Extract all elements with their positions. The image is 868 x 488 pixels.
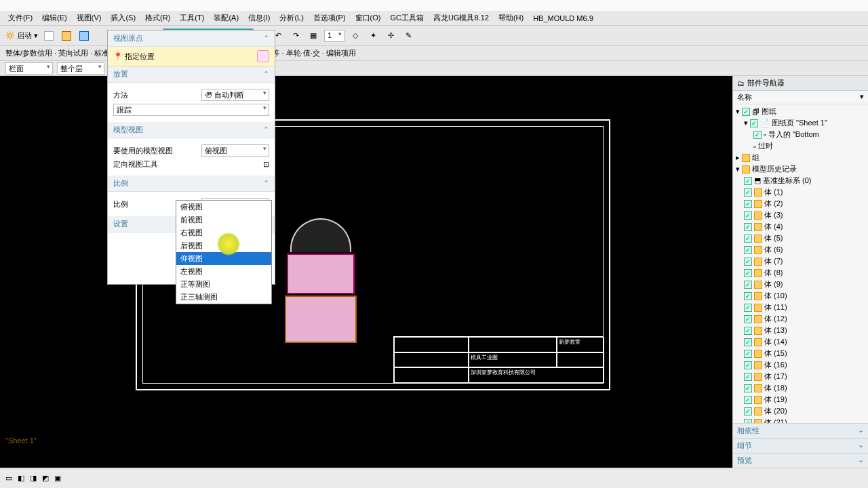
check-icon[interactable]: ✓ (744, 384, 752, 392)
layer-combo2[interactable]: 整个层 (57, 62, 104, 75)
opt-top[interactable]: 俯视图 (176, 201, 271, 214)
check-icon[interactable]: ✓ (744, 200, 752, 208)
sb-icon1[interactable]: ▭ (5, 474, 12, 483)
check-icon[interactable]: ✓ (744, 396, 752, 404)
check-icon[interactable]: ✓ (744, 235, 752, 243)
tree-body-item[interactable]: ✓体 (10) (734, 290, 865, 302)
redo-icon[interactable]: ↷ (289, 29, 302, 43)
spin-input[interactable]: 1 (324, 30, 344, 42)
tree-body-item[interactable]: ✓体 (8) (734, 267, 865, 279)
menu-assemble[interactable]: 装配(A) (210, 12, 243, 24)
menu-window[interactable]: 窗口(O) (351, 12, 385, 24)
tree-body-item[interactable]: ✓体 (14) (734, 336, 865, 348)
tree-body-item[interactable]: ✓体 (7) (734, 256, 865, 267)
specify-location-row[interactable]: 📍 指定位置 (108, 47, 275, 66)
open-icon[interactable] (60, 29, 73, 43)
opt-right[interactable]: 右视图 (176, 226, 271, 239)
opt-bottom[interactable]: 仰视图 (176, 252, 271, 265)
body-icon (754, 327, 762, 335)
tree-body-item[interactable]: ✓体 (4) (734, 221, 865, 232)
check-icon[interactable]: ✓ (744, 315, 752, 323)
tree-body-item[interactable]: ✓体 (9) (734, 279, 865, 290)
tree-body-item[interactable]: ✓体 (12) (734, 313, 865, 325)
check-icon[interactable]: ✓ (744, 407, 752, 415)
location-picker-icon[interactable] (257, 50, 269, 62)
section-scale[interactable]: 比例⌃ (108, 176, 275, 192)
navigator-tree[interactable]: ▾✓🗐图纸 ▾✓📄图纸页 "Sheet 1" ✓▫导入的 "Bottom ▫过时… (733, 104, 868, 423)
tree-body-item[interactable]: ✓体 (5) (734, 232, 865, 244)
orient-combo[interactable]: 跟踪 (113, 104, 269, 116)
tree-body-item[interactable]: ✓体 (21) (734, 417, 865, 423)
check-icon[interactable]: ✓ (744, 292, 752, 300)
method-combo[interactable]: 🖑 自动判断 (201, 89, 269, 101)
check-icon[interactable]: ✓ (744, 188, 752, 197)
check-icon[interactable]: ✓ (744, 304, 752, 312)
menu-info[interactable]: 信息(I) (244, 12, 274, 24)
menu-hbmould[interactable]: HB_MOULD M6.9 (529, 13, 597, 24)
sort-label[interactable]: 名称 (737, 92, 752, 102)
tool-a-icon[interactable]: ◇ (349, 29, 362, 43)
opt-left[interactable]: 左视图 (176, 265, 271, 278)
opt-back[interactable]: 后视图 (176, 239, 271, 252)
check-icon[interactable]: ✓ (744, 361, 752, 369)
tool-b-icon[interactable]: ✦ (366, 29, 380, 43)
model-view-combo[interactable]: 俯视图 (201, 144, 269, 157)
menu-gc[interactable]: GC工具箱 (386, 12, 428, 24)
tree-body-item[interactable]: ✓体 (6) (734, 244, 865, 256)
tree-body-item[interactable]: ✓体 (15) (734, 348, 865, 359)
tree-body-item[interactable]: ✓体 (2) (734, 198, 865, 209)
sb-icon5[interactable]: ▣ (54, 474, 61, 483)
menu-help[interactable]: 帮助(H) (494, 12, 528, 24)
sb-icon2[interactable]: ◧ (18, 474, 24, 483)
tree-body-item[interactable]: ✓体 (1) (734, 186, 865, 198)
new-icon[interactable] (42, 29, 56, 43)
tree-body-item[interactable]: ✓体 (18) (734, 382, 865, 394)
opt-iso[interactable]: 正等测图 (176, 278, 271, 291)
check-icon[interactable]: ✓ (744, 338, 752, 346)
layer-combo[interactable]: 栏面 (5, 62, 53, 75)
accordion-details[interactable]: 细节⌄ (733, 438, 868, 453)
tree-body-item[interactable]: ✓体 (13) (734, 325, 865, 336)
accordion-deps[interactable]: 相依性⌄ (733, 423, 868, 438)
tree-body-item[interactable]: ✓体 (17) (734, 371, 865, 382)
tree-body-item[interactable]: ✓体 (11) (734, 302, 865, 313)
menu-file[interactable]: 文件(F) (4, 12, 37, 24)
sort-caret-icon[interactable]: ▾ (860, 92, 864, 102)
menu-prefs[interactable]: 首选项(P) (309, 12, 350, 24)
menu-edit[interactable]: 编辑(E) (38, 12, 71, 24)
tree-body-item[interactable]: ✓体 (19) (734, 394, 865, 405)
tree-body-item[interactable]: ✓体 (16) (734, 359, 865, 371)
opt-front[interactable]: 前视图 (176, 214, 271, 226)
opt-trimetric[interactable]: 正三轴测图 (176, 291, 271, 304)
menu-analysis[interactable]: 分析(L) (275, 12, 307, 24)
save-icon[interactable] (77, 29, 91, 43)
tree-body-item[interactable]: ✓体 (3) (734, 209, 865, 221)
accordion-preview[interactable]: 预览⌄ (733, 453, 868, 468)
menu-insert[interactable]: 插入(S) (106, 12, 140, 24)
check-icon[interactable]: ✓ (744, 327, 752, 335)
tool-c-icon[interactable]: ✢ (384, 29, 397, 43)
check-icon[interactable]: ✓ (744, 350, 752, 358)
check-icon[interactable]: ✓ (744, 246, 752, 254)
menu-format[interactable]: 格式(R) (141, 12, 174, 24)
menu-view[interactable]: 视图(V) (73, 12, 106, 24)
start-button[interactable]: 🔆 启动 ▾ (5, 30, 38, 41)
sb-icon4[interactable]: ◩ (42, 474, 49, 483)
grid-icon[interactable]: ▦ (307, 29, 320, 43)
check-icon[interactable]: ✓ (744, 223, 752, 231)
check-icon[interactable]: ✓ (744, 281, 752, 289)
section-origin[interactable]: 视图原点⌃ (108, 30, 275, 47)
orient-tool-icon[interactable]: ⊡ (263, 160, 269, 169)
check-icon[interactable]: ✓ (744, 211, 752, 220)
menu-tools[interactable]: 工具(T) (176, 12, 208, 24)
check-icon[interactable]: ✓ (744, 269, 752, 277)
section-place[interactable]: 放置⌃ (108, 66, 275, 83)
sb-icon3[interactable]: ◨ (30, 474, 37, 483)
check-icon[interactable]: ✓ (744, 258, 752, 266)
tool-d-icon[interactable]: ✎ (401, 29, 415, 43)
menu-ug[interactable]: 高龙UG模具8.12 (429, 12, 493, 24)
check-icon[interactable]: ✓ (742, 108, 750, 116)
section-model-view[interactable]: 模型视图⌃ (108, 122, 275, 138)
check-icon[interactable]: ✓ (744, 373, 752, 381)
tree-body-item[interactable]: ✓体 (20) (734, 405, 865, 417)
